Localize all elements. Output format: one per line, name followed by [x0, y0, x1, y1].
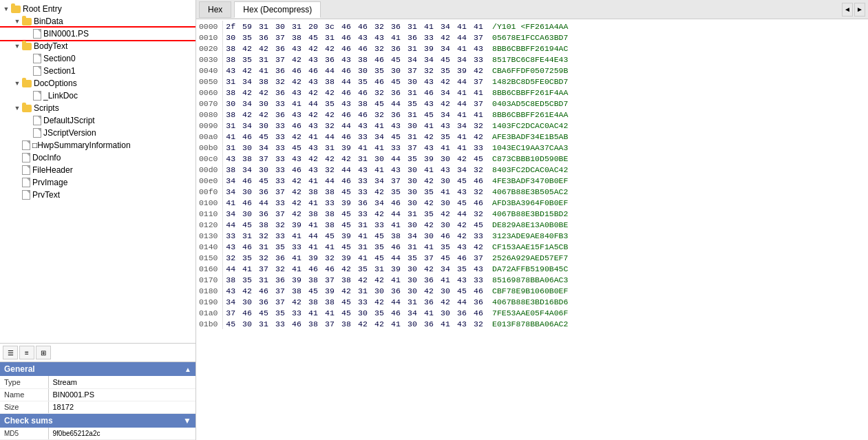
hex-byte: 42: [239, 43, 255, 54]
tree-expander[interactable]: [23, 29, 33, 39]
tree-expander[interactable]: [12, 153, 22, 163]
tab-hex-(decompress)[interactable]: Hex (Decompress): [234, 1, 321, 18]
hex-byte: 41: [454, 109, 470, 120]
tree-item-defaultjs[interactable]: DefaultJScript: [0, 114, 195, 127]
toolbar-btn-2[interactable]: ≡: [19, 346, 34, 359]
tree-area[interactable]: ▼Root Entry▼BinDataBIN0001.PS▼BodyTextSe…: [0, 0, 195, 343]
tree-item-section0[interactable]: Section0: [0, 52, 195, 65]
tree-expander[interactable]: ▼: [12, 78, 22, 88]
hex-ascii: AFD3BA3964F0B0EF: [487, 197, 570, 208]
hex-byte: 31: [321, 142, 338, 153]
hex-byte: 41: [305, 175, 321, 186]
tree-expander[interactable]: [12, 178, 22, 187]
general-section-header[interactable]: General ▲: [0, 362, 195, 376]
hex-byte: 33: [288, 241, 305, 252]
tree-item-linkdoc[interactable]: _LinkDoc: [0, 90, 195, 102]
tree-expander[interactable]: [12, 165, 22, 175]
hex-byte: 30: [421, 230, 437, 241]
hex-ascii: 4FE3BADF3470B0EF: [487, 175, 570, 186]
hex-byte: 41: [305, 131, 321, 142]
tree-item-jscriptver[interactable]: JScriptVersion: [0, 127, 195, 139]
hex-byte: 31: [321, 32, 338, 43]
checksums-collapse-btn[interactable]: ▼: [183, 416, 191, 426]
hex-byte: 33: [354, 296, 371, 307]
toolbar-btn-1[interactable]: ☰: [3, 346, 18, 359]
tree-item-bindata[interactable]: ▼BinData: [0, 15, 195, 28]
hex-byte: 35: [421, 208, 437, 219]
tree-expander[interactable]: ▼: [12, 17, 22, 26]
hex-byte: 34: [437, 109, 454, 120]
tree-item-hwpsummary[interactable]: □HwpSummaryInformation: [0, 139, 195, 151]
hex-table: 00002f59313031203c464632363141344141/Y10…: [196, 21, 570, 329]
tree-item-bodytext[interactable]: ▼BodyText: [0, 40, 195, 52]
tree-expander[interactable]: ▼: [12, 103, 22, 113]
tree-item-docinfo[interactable]: DocInfo: [0, 151, 195, 164]
hex-ascii: 8517BC6C8FE44E43: [487, 54, 570, 65]
tree-item-section1[interactable]: Section1: [0, 65, 195, 77]
hex-byte: 43: [288, 87, 305, 98]
hex-byte: 41: [454, 131, 470, 142]
hex-byte: 45: [454, 175, 470, 186]
tree-expander[interactable]: [12, 190, 22, 200]
tree-item-label: PrvImage: [32, 178, 67, 187]
tree-item-bin0001[interactable]: BIN0001.PS: [0, 28, 195, 40]
hex-byte: 44: [388, 153, 404, 164]
hex-byte: 33: [388, 142, 404, 153]
hex-byte: 35: [404, 252, 421, 263]
hex-byte: 31: [404, 296, 421, 307]
tree-item-prvtext[interactable]: PrvText: [0, 189, 195, 201]
hex-byte: 41: [437, 318, 454, 329]
hex-byte: 30: [239, 186, 255, 197]
tree-item-root[interactable]: ▼Root Entry: [0, 3, 195, 15]
tree-item-prvimage[interactable]: PrvImage: [0, 176, 195, 189]
tree-expander[interactable]: ▼: [12, 41, 22, 51]
hex-byte: 36: [388, 43, 404, 54]
hex-byte: 41: [321, 307, 338, 318]
hex-byte: 42: [354, 318, 371, 329]
tab-hex[interactable]: Hex: [199, 1, 231, 18]
nav-left-arrow[interactable]: ◄: [842, 3, 853, 17]
tree-expander[interactable]: [23, 116, 33, 125]
hex-byte: 46: [338, 87, 354, 98]
nav-right-arrow[interactable]: ►: [854, 3, 865, 17]
hex-byte: 44: [454, 76, 470, 87]
hex-byte: 41: [388, 318, 404, 329]
tree-item-scripts[interactable]: ▼Scripts: [0, 102, 195, 114]
hex-row: 00e0344645334241444633343730423045464FE3…: [196, 175, 570, 186]
hex-byte: 42: [421, 219, 437, 230]
hex-byte: 42: [454, 230, 470, 241]
hex-byte: 44: [255, 197, 272, 208]
tree-expander[interactable]: [12, 140, 22, 150]
hex-byte: 41: [222, 197, 239, 208]
general-collapse-btn[interactable]: ▲: [184, 366, 191, 373]
hex-byte: 30: [255, 98, 272, 109]
hex-byte: 35: [388, 186, 404, 197]
hex-byte: 35: [239, 54, 255, 65]
checksum-key: MD5: [0, 428, 48, 440]
hex-byte: 42: [437, 98, 454, 109]
hex-byte: 42: [338, 153, 354, 164]
hex-byte: 43: [454, 274, 470, 285]
tree-expander[interactable]: [23, 91, 33, 101]
hex-byte: 42: [288, 296, 305, 307]
toolbar-btn-3[interactable]: ⊞: [36, 346, 51, 359]
hex-content[interactable]: 00002f59313031203c464632363141344141/Y10…: [196, 19, 868, 440]
hex-byte: 36: [388, 87, 404, 98]
tree-expander[interactable]: [23, 128, 33, 138]
hex-byte: 32: [321, 120, 338, 131]
main-container: ▼Root Entry▼BinDataBIN0001.PS▼BodyTextSe…: [0, 0, 868, 440]
hex-byte: 39: [421, 43, 437, 54]
tree-expander[interactable]: [23, 66, 33, 76]
tree-expander[interactable]: ▼: [1, 4, 11, 14]
tree-item-fileheader[interactable]: FileHeader: [0, 164, 195, 176]
doc-icon: [33, 128, 41, 138]
hex-byte: 36: [354, 197, 371, 208]
hex-byte: 42: [437, 208, 454, 219]
tree-expander[interactable]: [23, 54, 33, 63]
hex-addr: 01b0: [196, 318, 222, 329]
hex-byte: 35: [437, 131, 454, 142]
hex-byte: 44: [388, 208, 404, 219]
checksums-section-header[interactable]: Check sums ▼: [0, 414, 195, 428]
tree-item-docoptions[interactable]: ▼DocOptions: [0, 77, 195, 90]
hex-row: 0130333132334144453941453834304642333123…: [196, 230, 570, 241]
